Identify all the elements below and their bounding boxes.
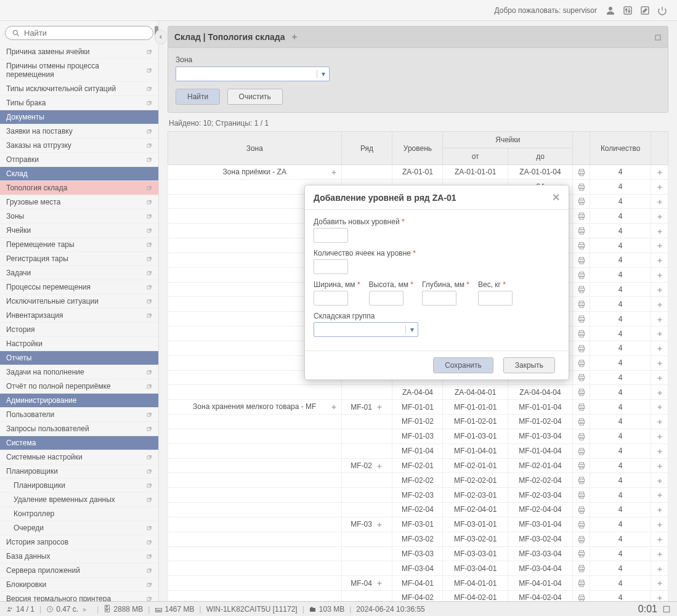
modal-overlay: Добавление уровней в ряд ZA-01 ✕ Добавит… <box>0 0 677 601</box>
cells-per-label: Количество ячеек на уровне * <box>314 249 560 257</box>
close-button[interactable]: Закрыть <box>503 357 555 373</box>
add-levels-input[interactable] <box>314 228 348 243</box>
width-input[interactable] <box>314 291 348 306</box>
save-button[interactable]: Сохранить <box>433 357 493 373</box>
width-label: Ширина, мм * <box>314 280 360 289</box>
close-icon[interactable]: ✕ <box>552 192 560 203</box>
height-label: Высота, мм * <box>369 280 413 289</box>
cells-per-input[interactable] <box>314 259 348 274</box>
add-levels-label: Добавить новых уровней * <box>314 217 560 226</box>
group-combo[interactable]: ▾ <box>314 322 418 337</box>
weight-label: Вес, кг * <box>478 280 513 289</box>
chevron-down-icon[interactable]: ▾ <box>405 325 418 334</box>
group-label: Складская группа <box>314 312 560 320</box>
height-input[interactable] <box>369 291 403 306</box>
weight-input[interactable] <box>478 291 513 306</box>
depth-input[interactable] <box>422 291 456 306</box>
modal-title: Добавление уровней в ряд ZA-01 <box>314 193 456 203</box>
depth-label: Глубина, мм * <box>422 280 469 289</box>
add-levels-modal: Добавление уровней в ряд ZA-01 ✕ Добавит… <box>304 185 569 380</box>
